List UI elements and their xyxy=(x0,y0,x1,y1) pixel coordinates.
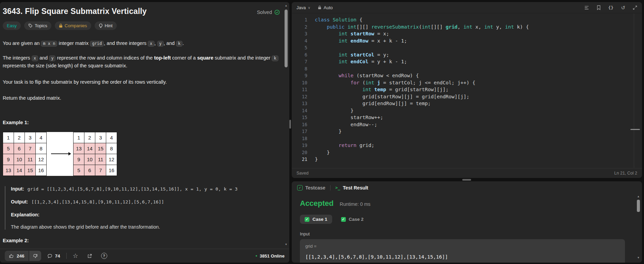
companies-badge[interactable]: Companies xyxy=(55,21,91,30)
code-line-text: int startRow = x; xyxy=(315,30,389,37)
testcase-panel: ✓ Testcase >_ Test Result Accepted Runti… xyxy=(292,181,642,263)
matrix-cell: 9 xyxy=(74,154,84,165)
thumbs-down-icon xyxy=(33,253,38,259)
inline-code-chip: y xyxy=(157,41,164,47)
share-button[interactable] xyxy=(87,253,92,259)
tab-testcase[interactable]: ✓ Testcase xyxy=(297,185,325,191)
auto-mode-toggle[interactable]: Auto xyxy=(318,5,333,10)
difficulty-badge[interactable]: Easy xyxy=(3,21,21,30)
like-button[interactable]: 246 xyxy=(5,251,29,261)
matrix-cell: 13 xyxy=(3,165,14,176)
description-text: . xyxy=(182,40,184,46)
code-line[interactable]: 8 xyxy=(292,65,642,72)
comments-button[interactable]: 74 xyxy=(47,253,60,259)
expand-icon[interactable] xyxy=(633,5,637,10)
horizontal-resize-handle[interactable] xyxy=(462,179,471,181)
line-number: 3 xyxy=(292,30,315,37)
code-line[interactable]: 6 int startCol = y; xyxy=(292,51,642,59)
case-2-button[interactable]: ✓ Case 2 xyxy=(336,215,369,224)
matrix-cell: 5 xyxy=(3,143,14,154)
explanation-text: The diagram above shows the grid before … xyxy=(11,224,282,230)
footer-divider xyxy=(66,253,67,259)
line-number: 11 xyxy=(292,86,315,93)
scroll-up-icon[interactable]: ▲ xyxy=(284,4,288,7)
inline-code-chip: grid xyxy=(90,41,104,47)
line-number: 15 xyxy=(292,114,315,121)
case-1-check-icon: ✓ xyxy=(305,217,309,222)
testcase-scrollbar-thumb[interactable] xyxy=(637,200,640,212)
test-result-content: Accepted Runtime: 0 ms ✓ Case 1 ✓ Case 2… xyxy=(292,194,642,263)
format-code-icon[interactable] xyxy=(584,5,589,10)
code-line[interactable]: 10 for (int j = startCol; j <= endCol; j… xyxy=(292,79,642,86)
code-editor[interactable]: 1class Solution {2 public int[][] revers… xyxy=(292,13,642,168)
testcase-input-label: Input xyxy=(300,231,634,236)
matrix-cell: 8 xyxy=(36,143,47,154)
code-line[interactable]: 18 xyxy=(292,135,642,142)
code-line[interactable]: 20 } xyxy=(292,149,642,156)
line-number: 20 xyxy=(292,149,315,156)
matrix-cell: 9 xyxy=(3,154,14,165)
scroll-down-icon[interactable]: ▼ xyxy=(636,256,641,259)
code-line[interactable]: 13 grid[endRow][j] = temp; xyxy=(292,100,642,107)
output-value: [[1,2,3,4],[13,14,15,8],[9,10,11,12],[5,… xyxy=(31,199,164,204)
lock-icon xyxy=(318,5,321,10)
code-line[interactable]: 15 startRow++; xyxy=(292,114,642,121)
code-line[interactable]: 16 endRow--; xyxy=(292,121,642,128)
code-line[interactable]: 21} xyxy=(292,156,642,163)
editor-scroll-rule xyxy=(634,14,634,168)
code-line[interactable]: 5 xyxy=(292,44,642,51)
code-line[interactable]: 12 grid[startRow][j] = grid[endRow][j]; xyxy=(292,93,642,100)
hint-badge[interactable]: Hint xyxy=(95,21,117,30)
matrix-after: 12341314158910111256716 xyxy=(73,132,117,176)
language-value: Java xyxy=(296,5,306,10)
code-line[interactable]: 9 while (startRow < endRow) { xyxy=(292,72,642,79)
output-label: Output: xyxy=(11,199,28,204)
shortcuts-icon[interactable]: {} xyxy=(608,5,614,10)
problem-header: 3643. Flip Square Submatrix Vertically S… xyxy=(3,7,282,16)
solved-label: Solved xyxy=(257,10,272,15)
code-line[interactable]: 2 public int[][] reverseSubmatrix(int[][… xyxy=(292,23,642,31)
problem-scrollbar-thumb[interactable] xyxy=(285,10,288,67)
code-line[interactable]: 17 } xyxy=(292,128,642,135)
feedback-button[interactable]: ? xyxy=(101,253,107,259)
code-line[interactable]: 4 int endRow = x + k - 1; xyxy=(292,37,642,45)
favorite-button[interactable]: ☆ xyxy=(73,253,78,259)
vertical-resize-handle[interactable] xyxy=(289,120,291,129)
bookmark-icon[interactable] xyxy=(597,5,601,10)
scroll-down-icon[interactable]: ▼ xyxy=(284,243,288,246)
lightbulb-icon xyxy=(99,23,103,28)
scroll-up-icon[interactable]: ▲ xyxy=(636,195,641,198)
description-text: You are given an xyxy=(3,40,41,46)
reset-code-icon[interactable]: ↺ xyxy=(621,5,625,10)
code-line[interactable]: 1class Solution { xyxy=(292,16,642,23)
testcase-input-box[interactable]: grid = [[1,2,3,4],[5,6,7,8],[9,10,11,12]… xyxy=(300,239,625,263)
code-line-text: int startCol = y; xyxy=(315,51,389,59)
dislike-button[interactable] xyxy=(29,251,41,261)
arrow-icon xyxy=(51,153,69,154)
tab-test-result[interactable]: >_ Test Result xyxy=(335,185,368,191)
line-number: 16 xyxy=(292,121,315,128)
case-2-label: Case 2 xyxy=(349,217,364,222)
code-line-text: grid[startRow][j] = grid[endRow][j]; xyxy=(315,93,469,100)
matrix-row: 13141516 xyxy=(3,165,47,176)
matrix-row: 1234 xyxy=(3,132,47,143)
code-line[interactable]: 3 int startRow = x; xyxy=(292,30,642,37)
inline-code-chip: x xyxy=(32,55,38,61)
check-circle-icon xyxy=(274,10,280,15)
problem-footer: 246 74 ☆ ? ● 3851 O xyxy=(0,249,289,263)
code-line[interactable]: 7 int endCol = y + k - 1; xyxy=(292,58,642,65)
chevron-down-icon: ∨ xyxy=(308,6,310,10)
tab-test-result-label: Test Result xyxy=(343,185,368,191)
editor-scrollbar-thumb[interactable] xyxy=(630,129,640,130)
problem-content: 3643. Flip Square Submatrix Vertically S… xyxy=(0,2,282,249)
language-select[interactable]: Java ∨ xyxy=(296,5,310,10)
code-line[interactable]: 11 int temp = grid[startRow][j]; xyxy=(292,86,642,93)
matrix-row: 5678 xyxy=(3,143,47,154)
code-line[interactable]: 14 } xyxy=(292,107,642,114)
code-line[interactable]: 19 return grid; xyxy=(292,142,642,149)
leetcode-workspace: { "icons": { "star": "☆", "undo": "↺", "… xyxy=(0,0,644,264)
matrix-row: 1234 xyxy=(74,132,117,143)
case-1-button[interactable]: ✓ Case 1 xyxy=(300,215,332,224)
problem-panel: 3643. Flip Square Submatrix Vertically S… xyxy=(0,2,289,263)
topics-badge[interactable]: Topics xyxy=(24,21,51,30)
